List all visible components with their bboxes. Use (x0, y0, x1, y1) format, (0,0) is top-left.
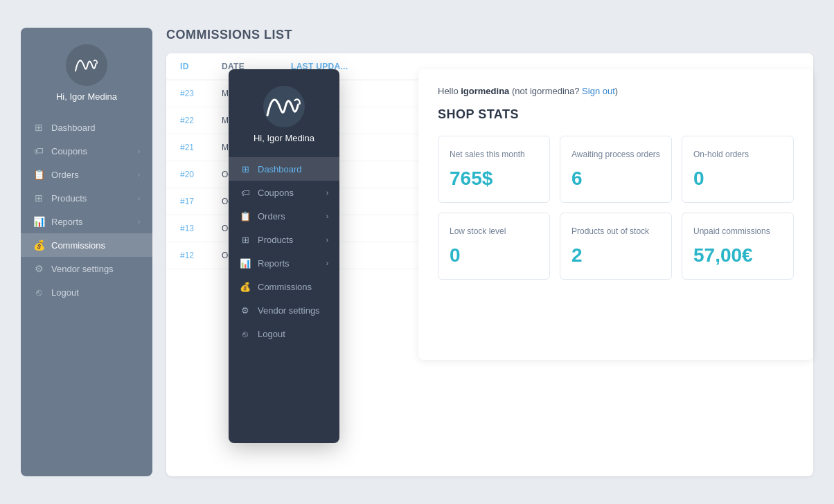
sidebar-label-logout: Logout (51, 287, 140, 298)
sidebar-label-reports: Reports (51, 217, 131, 227)
commissions-icon: 💰 (240, 281, 251, 292)
chevron-icon: › (138, 195, 140, 202)
chevron-icon: › (326, 189, 328, 197)
overlay-label-dashboard: Dashboard (258, 164, 328, 174)
stat-value-on-hold: 0 (693, 168, 782, 190)
sidebar-item-products[interactable]: ⊞ Products › (21, 186, 152, 210)
dashboard-icon: ⊞ (33, 122, 44, 133)
cell-id: #22 (180, 116, 222, 125)
sidebar-username: Hi, Igor Medina (56, 91, 117, 102)
chevron-icon: › (138, 147, 140, 155)
overlay-label-vendor-settings: Vendor settings (258, 305, 328, 316)
overlay-item-dashboard[interactable]: ⊞ Dashboard (229, 157, 339, 181)
hello-text: Hello igormedina (not igormedina? Sign o… (438, 86, 794, 96)
stat-card-on-hold: On-hold orders 0 (682, 136, 794, 203)
cell-id: #20 (180, 170, 222, 179)
sidebar-item-commissions[interactable]: 💰 Commissions (21, 233, 152, 257)
overlay-item-orders[interactable]: 📋 Orders › (229, 204, 339, 228)
chevron-icon: › (326, 213, 328, 220)
stat-label-low-stock: Low stock level (450, 226, 538, 237)
vendor-settings-icon: ⚙ (240, 305, 251, 316)
logout-icon: ⎋ (240, 328, 251, 339)
stat-value-unpaid: 57,00€ (693, 244, 782, 267)
hello-suffix: ) (615, 86, 618, 96)
stat-card-out-of-stock: Products out of stock 2 (560, 213, 672, 280)
overlay-label-reports: Reports (258, 258, 319, 269)
reports-icon: 📊 (33, 216, 44, 227)
coupons-icon: 🏷 (33, 145, 44, 156)
cell-id: #21 (180, 143, 222, 152)
commissions-icon: 💰 (33, 240, 44, 251)
sidebar-label-coupons: Coupons (51, 146, 131, 156)
overlay-username: Hi, Igor Medina (254, 133, 314, 143)
products-icon: ⊞ (240, 234, 251, 245)
stat-value-awaiting: 6 (571, 168, 660, 190)
stat-label-on-hold: On-hold orders (693, 149, 782, 161)
chevron-icon: › (138, 218, 140, 226)
chevron-icon: › (138, 171, 140, 179)
stat-card-awaiting: Awaiting process orders 6 (560, 136, 672, 203)
sidebar-item-orders[interactable]: 📋 Orders › (21, 163, 152, 186)
overlay-panel: Hi, Igor Medina ⊞ Dashboard 🏷 Coupons › … (229, 69, 339, 443)
dashboard-icon: ⊞ (240, 163, 251, 174)
sidebar-nav: ⊞ Dashboard 🏷 Coupons › 📋 Orders › ⊞ Pro… (21, 116, 152, 304)
overlay-item-logout[interactable]: ⎋ Logout (229, 322, 339, 345)
sidebar-label-commissions: Commissions (51, 240, 140, 251)
products-icon: ⊞ (33, 192, 44, 204)
coupons-icon: 🏷 (240, 187, 251, 198)
hello-username: igormedina (461, 86, 509, 96)
overlay-item-vendor-settings[interactable]: ⚙ Vendor settings (229, 298, 339, 322)
sidebar-label-dashboard: Dashboard (51, 123, 140, 133)
orders-icon: 📋 (240, 210, 251, 222)
hello-prefix: Hello (438, 86, 461, 96)
overlay-item-coupons[interactable]: 🏷 Coupons › (229, 181, 339, 204)
sidebar-item-coupons[interactable]: 🏷 Coupons › (21, 139, 152, 163)
right-panel: Hello igormedina (not igormedina? Sign o… (418, 69, 813, 360)
stat-value-net-sales: 765$ (450, 168, 538, 190)
overlay-item-products[interactable]: ⊞ Products › (229, 228, 339, 251)
stat-label-unpaid: Unpaid commissions (693, 226, 782, 237)
overlay-item-commissions[interactable]: 💰 Commissions (229, 275, 339, 298)
stat-value-low-stock: 0 (450, 244, 538, 267)
sidebar-label-products: Products (51, 193, 131, 204)
overlay-logo (263, 86, 305, 127)
sidebar: Hi, Igor Medina ⊞ Dashboard 🏷 Coupons › … (21, 28, 152, 476)
stat-card-low-stock: Low stock level 0 (438, 213, 550, 280)
chevron-icon: › (326, 236, 328, 244)
stats-grid: Net sales this month 765$ Awaiting proce… (438, 136, 794, 280)
shop-stats-title: SHOP STATS (438, 107, 794, 122)
overlay-label-commissions: Commissions (258, 282, 328, 292)
page-title: COMMISSIONS LIST (166, 28, 813, 42)
cell-id: #17 (180, 197, 222, 206)
logout-icon: ⎋ (33, 287, 44, 298)
stat-card-unpaid: Unpaid commissions 57,00€ (682, 213, 794, 280)
sidebar-item-dashboard[interactable]: ⊞ Dashboard (21, 116, 152, 139)
sidebar-logo (66, 44, 107, 86)
sidebar-label-vendor-settings: Vendor settings (51, 264, 140, 274)
orders-icon: 📋 (33, 169, 44, 180)
cell-id: #23 (180, 89, 222, 98)
cell-id: #12 (180, 251, 222, 260)
vendor-settings-icon: ⚙ (33, 263, 44, 274)
overlay-nav: ⊞ Dashboard 🏷 Coupons › 📋 Orders › ⊞ Pro… (229, 157, 339, 345)
overlay-label-coupons: Coupons (258, 188, 319, 198)
sidebar-item-logout[interactable]: ⎋ Logout (21, 280, 152, 304)
col-id: ID (180, 62, 222, 71)
sidebar-label-orders: Orders (51, 170, 131, 180)
sign-out-link[interactable]: Sign out (582, 86, 615, 96)
sidebar-item-reports[interactable]: 📊 Reports › (21, 210, 152, 233)
overlay-label-logout: Logout (258, 329, 328, 339)
reports-icon: 📊 (240, 258, 251, 269)
overlay-label-orders: Orders (258, 211, 319, 222)
stat-card-net-sales: Net sales this month 765$ (438, 136, 550, 203)
stat-label-net-sales: Net sales this month (450, 149, 538, 161)
stat-label-awaiting: Awaiting process orders (571, 149, 660, 161)
stat-value-out-of-stock: 2 (571, 244, 660, 267)
sidebar-item-vendor-settings[interactable]: ⚙ Vendor settings (21, 257, 152, 280)
chevron-icon: › (326, 260, 328, 267)
stat-label-out-of-stock: Products out of stock (571, 226, 660, 237)
overlay-label-products: Products (258, 235, 319, 245)
hello-not: (not igormedina? (509, 86, 582, 96)
overlay-item-reports[interactable]: 📊 Reports › (229, 251, 339, 275)
cell-id: #13 (180, 224, 222, 233)
